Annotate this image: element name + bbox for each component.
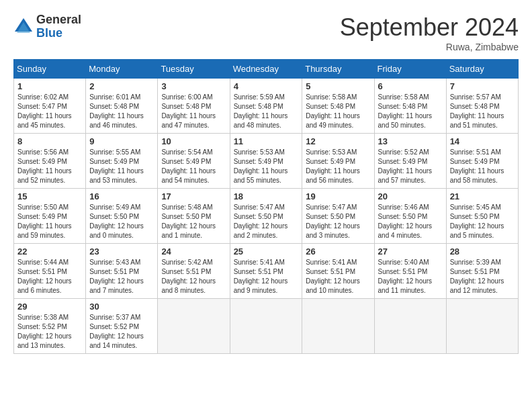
table-row: 7Sunrise: 5:57 AMSunset: 5:48 PMDaylight… [446, 79, 518, 134]
table-row: 19Sunrise: 5:47 AMSunset: 5:50 PMDayligh… [302, 189, 374, 244]
day-number: 17 [161, 191, 226, 201]
col-header-saturday: Saturday [446, 60, 518, 79]
day-info: Sunrise: 5:59 AMSunset: 5:48 PMDaylight:… [234, 93, 299, 130]
table-row [158, 299, 230, 354]
day-number: 26 [306, 246, 370, 257]
table-row: 10Sunrise: 5:54 AMSunset: 5:49 PMDayligh… [158, 134, 230, 189]
table-row: 21Sunrise: 5:45 AMSunset: 5:50 PMDayligh… [446, 189, 518, 244]
day-number: 18 [234, 191, 299, 201]
day-info: Sunrise: 5:46 AMSunset: 5:50 PMDaylight:… [378, 203, 443, 240]
day-number: 5 [306, 81, 370, 91]
col-header-wednesday: Wednesday [230, 60, 302, 79]
day-info: Sunrise: 5:44 AMSunset: 5:51 PMDaylight:… [17, 258, 82, 295]
day-info: Sunrise: 5:49 AMSunset: 5:50 PMDaylight:… [89, 203, 154, 240]
day-number: 4 [234, 81, 299, 91]
day-info: Sunrise: 6:01 AMSunset: 5:48 PMDaylight:… [89, 93, 154, 130]
day-info: Sunrise: 5:38 AMSunset: 5:52 PMDaylight:… [17, 313, 82, 351]
day-number: 20 [378, 191, 443, 201]
table-row: 4Sunrise: 5:59 AMSunset: 5:48 PMDaylight… [230, 79, 302, 134]
table-row: 20Sunrise: 5:46 AMSunset: 5:50 PMDayligh… [374, 189, 446, 244]
calendar-header-row: SundayMondayTuesdayWednesdayThursdayFrid… [14, 60, 519, 79]
table-row: 9Sunrise: 5:55 AMSunset: 5:49 PMDaylight… [86, 134, 158, 189]
day-info: Sunrise: 5:47 AMSunset: 5:50 PMDaylight:… [234, 203, 299, 240]
day-number: 15 [17, 191, 82, 201]
day-info: Sunrise: 5:58 AMSunset: 5:48 PMDaylight:… [378, 93, 443, 130]
calendar-week-2: 8Sunrise: 5:56 AMSunset: 5:49 PMDaylight… [14, 134, 519, 189]
table-row: 1Sunrise: 6:02 AMSunset: 5:47 PMDaylight… [14, 79, 86, 134]
calendar-week-1: 1Sunrise: 6:02 AMSunset: 5:47 PMDaylight… [14, 79, 519, 134]
table-row: 3Sunrise: 6:00 AMSunset: 5:48 PMDaylight… [158, 79, 230, 134]
day-number: 28 [450, 246, 515, 257]
col-header-monday: Monday [86, 60, 158, 79]
day-info: Sunrise: 5:52 AMSunset: 5:49 PMDaylight:… [378, 148, 443, 185]
day-number: 25 [234, 246, 299, 257]
table-row: 5Sunrise: 5:58 AMSunset: 5:48 PMDaylight… [302, 79, 374, 134]
day-info: Sunrise: 5:42 AMSunset: 5:51 PMDaylight:… [161, 258, 226, 295]
day-number: 3 [161, 81, 226, 91]
day-number: 23 [89, 246, 154, 257]
col-header-thursday: Thursday [302, 60, 374, 79]
day-number: 16 [89, 191, 154, 201]
day-number: 8 [17, 136, 82, 146]
table-row: 15Sunrise: 5:50 AMSunset: 5:49 PMDayligh… [14, 189, 86, 244]
table-row: 16Sunrise: 5:49 AMSunset: 5:50 PMDayligh… [86, 189, 158, 244]
day-number: 6 [378, 81, 443, 91]
day-number: 9 [89, 136, 154, 146]
day-info: Sunrise: 5:54 AMSunset: 5:49 PMDaylight:… [161, 148, 226, 185]
day-info: Sunrise: 5:41 AMSunset: 5:51 PMDaylight:… [234, 258, 299, 295]
day-number: 29 [17, 302, 82, 312]
logo-text: General Blue [36, 13, 81, 40]
location-subtitle: Ruwa, Zimbabwe [340, 42, 519, 52]
day-info: Sunrise: 5:55 AMSunset: 5:49 PMDaylight:… [89, 148, 154, 185]
table-row: 13Sunrise: 5:52 AMSunset: 5:49 PMDayligh… [374, 134, 446, 189]
day-info: Sunrise: 5:53 AMSunset: 5:49 PMDaylight:… [234, 148, 299, 185]
table-row: 18Sunrise: 5:47 AMSunset: 5:50 PMDayligh… [230, 189, 302, 244]
table-row [230, 299, 302, 354]
day-number: 30 [89, 302, 154, 312]
table-row [446, 299, 518, 354]
day-info: Sunrise: 5:43 AMSunset: 5:51 PMDaylight:… [89, 258, 154, 295]
day-info: Sunrise: 5:40 AMSunset: 5:51 PMDaylight:… [378, 258, 443, 295]
day-info: Sunrise: 5:48 AMSunset: 5:50 PMDaylight:… [161, 203, 226, 240]
day-info: Sunrise: 5:47 AMSunset: 5:50 PMDaylight:… [306, 203, 370, 240]
month-title: September 2024 [340, 13, 519, 42]
table-row [374, 299, 446, 354]
table-row: 2Sunrise: 6:01 AMSunset: 5:48 PMDaylight… [86, 79, 158, 134]
calendar-table: SundayMondayTuesdayWednesdayThursdayFrid… [13, 59, 519, 354]
calendar-week-4: 22Sunrise: 5:44 AMSunset: 5:51 PMDayligh… [14, 244, 519, 299]
table-row: 8Sunrise: 5:56 AMSunset: 5:49 PMDaylight… [14, 134, 86, 189]
table-row: 14Sunrise: 5:51 AMSunset: 5:49 PMDayligh… [446, 134, 518, 189]
day-info: Sunrise: 5:37 AMSunset: 5:52 PMDaylight:… [89, 313, 154, 351]
calendar-week-3: 15Sunrise: 5:50 AMSunset: 5:49 PMDayligh… [14, 189, 519, 244]
table-row: 29Sunrise: 5:38 AMSunset: 5:52 PMDayligh… [14, 299, 86, 354]
table-row: 24Sunrise: 5:42 AMSunset: 5:51 PMDayligh… [158, 244, 230, 299]
day-number: 7 [450, 81, 515, 91]
day-number: 14 [450, 136, 515, 146]
table-row: 30Sunrise: 5:37 AMSunset: 5:52 PMDayligh… [86, 299, 158, 354]
table-row: 22Sunrise: 5:44 AMSunset: 5:51 PMDayligh… [14, 244, 86, 299]
table-row: 11Sunrise: 5:53 AMSunset: 5:49 PMDayligh… [230, 134, 302, 189]
table-row: 26Sunrise: 5:41 AMSunset: 5:51 PMDayligh… [302, 244, 374, 299]
logo: General Blue [13, 13, 81, 40]
day-number: 13 [378, 136, 443, 146]
table-row: 12Sunrise: 5:53 AMSunset: 5:49 PMDayligh… [302, 134, 374, 189]
calendar-week-5: 29Sunrise: 5:38 AMSunset: 5:52 PMDayligh… [14, 299, 519, 354]
page-header: General Blue September 2024 Ruwa, Zimbab… [13, 13, 519, 52]
col-header-tuesday: Tuesday [158, 60, 230, 79]
table-row: 23Sunrise: 5:43 AMSunset: 5:51 PMDayligh… [86, 244, 158, 299]
day-number: 21 [450, 191, 515, 201]
table-row: 27Sunrise: 5:40 AMSunset: 5:51 PMDayligh… [374, 244, 446, 299]
table-row: 6Sunrise: 5:58 AMSunset: 5:48 PMDaylight… [374, 79, 446, 134]
day-info: Sunrise: 5:57 AMSunset: 5:48 PMDaylight:… [450, 93, 515, 130]
day-number: 1 [17, 81, 82, 91]
col-header-sunday: Sunday [14, 60, 86, 79]
col-header-friday: Friday [374, 60, 446, 79]
table-row: 25Sunrise: 5:41 AMSunset: 5:51 PMDayligh… [230, 244, 302, 299]
day-info: Sunrise: 5:41 AMSunset: 5:51 PMDaylight:… [306, 258, 370, 295]
title-block: September 2024 Ruwa, Zimbabwe [340, 13, 519, 52]
day-info: Sunrise: 5:53 AMSunset: 5:49 PMDaylight:… [306, 148, 370, 185]
logo-general: General [36, 13, 81, 27]
day-info: Sunrise: 5:56 AMSunset: 5:49 PMDaylight:… [17, 148, 82, 185]
day-number: 22 [17, 246, 82, 257]
day-info: Sunrise: 6:02 AMSunset: 5:47 PMDaylight:… [17, 93, 82, 130]
